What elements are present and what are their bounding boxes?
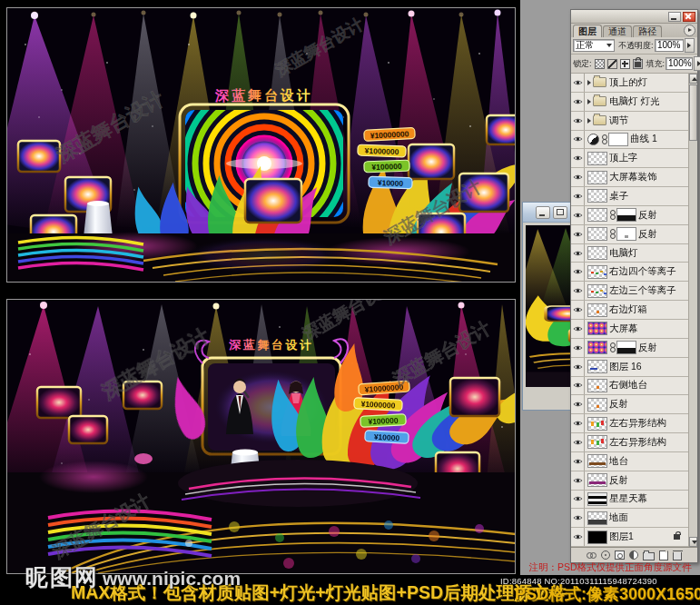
group-expander-icon[interactable]	[587, 99, 591, 104]
layer-visibility-cell[interactable]	[571, 149, 585, 167]
eye-icon[interactable]	[573, 495, 583, 502]
layer-visibility-cell[interactable]	[571, 395, 585, 413]
layer-row[interactable]: 图层1	[571, 528, 688, 547]
layer-visibility-cell[interactable]	[571, 93, 585, 111]
delete-layer-icon[interactable]	[673, 552, 682, 560]
tab-layers[interactable]: 图层	[573, 25, 602, 37]
eye-icon[interactable]	[573, 98, 583, 105]
layer-visibility-cell[interactable]	[571, 244, 585, 263]
eye-icon[interactable]	[573, 439, 583, 446]
eye-icon[interactable]	[573, 306, 583, 313]
layer-row[interactable]: 右侧地台	[571, 377, 688, 396]
panel-minimize-button[interactable]	[668, 12, 681, 22]
blend-mode-select[interactable]: 正常	[573, 39, 615, 52]
lock-transparency-icon[interactable]	[595, 59, 605, 69]
lock-all-icon[interactable]	[633, 59, 643, 69]
new-group-icon[interactable]	[643, 552, 655, 560]
group-expander-icon[interactable]	[587, 118, 591, 124]
layer-row[interactable]: 反射	[571, 206, 688, 225]
eye-icon[interactable]	[573, 287, 583, 294]
eye-icon[interactable]	[573, 533, 583, 541]
layer-visibility-cell[interactable]	[571, 377, 585, 395]
eye-icon[interactable]	[573, 363, 583, 371]
layer-row[interactable]: 右边四个等离子	[571, 263, 688, 282]
layer-visibility-cell[interactable]	[571, 452, 585, 471]
scroll-up-button[interactable]	[689, 74, 697, 84]
layers-scrollbar[interactable]	[688, 74, 697, 547]
layer-style-icon[interactable]	[601, 550, 610, 560]
eye-icon[interactable]	[573, 477, 583, 484]
eye-icon[interactable]	[573, 514, 583, 521]
layer-visibility-cell[interactable]	[571, 339, 585, 357]
eye-icon[interactable]	[573, 193, 583, 200]
layer-row[interactable]: 电脑灯	[571, 244, 688, 263]
layer-visibility-cell[interactable]	[571, 187, 585, 205]
layer-visibility-cell[interactable]	[571, 509, 585, 527]
layer-row[interactable]: 反射	[571, 471, 688, 491]
fill-value[interactable]: 100%	[665, 57, 693, 70]
eye-icon[interactable]	[573, 382, 583, 389]
layer-visibility-cell[interactable]	[571, 414, 585, 432]
layer-visibility-cell[interactable]	[571, 433, 585, 451]
layer-row[interactable]: 右边灯箱	[571, 301, 688, 320]
panel-close-button[interactable]	[683, 12, 695, 22]
tab-paths[interactable]: 路径	[633, 25, 662, 37]
opacity-stepper[interactable]	[685, 38, 695, 53]
eye-icon[interactable]	[573, 344, 583, 352]
layer-visibility-cell[interactable]	[571, 263, 585, 281]
layer-visibility-cell[interactable]	[571, 282, 585, 300]
layers-panel-titlebar[interactable]	[571, 10, 697, 24]
layer-visibility-cell[interactable]	[571, 131, 585, 149]
layer-row[interactable]: 地台	[571, 452, 688, 471]
doc-minimize-button[interactable]	[536, 206, 550, 219]
layer-row[interactable]: 桌子	[571, 187, 688, 206]
layer-visibility-cell[interactable]	[571, 206, 585, 224]
add-mask-icon[interactable]	[615, 550, 625, 560]
layer-visibility-cell[interactable]	[571, 471, 585, 490]
eye-icon[interactable]	[573, 212, 583, 219]
layer-visibility-cell[interactable]	[571, 491, 585, 509]
adjustment-layer-icon[interactable]	[629, 550, 638, 560]
layer-row[interactable]: 左边三个等离子	[571, 282, 688, 301]
layer-row[interactable]: 反射	[571, 395, 688, 414]
layer-row[interactable]: 顶上字	[571, 149, 688, 168]
layer-visibility-cell[interactable]	[571, 74, 585, 92]
scroll-thumb[interactable]	[689, 84, 697, 141]
layer-row[interactable]: 顶上的灯	[571, 74, 688, 93]
layer-row[interactable]: 大屏幕	[571, 320, 688, 339]
lock-position-icon[interactable]	[620, 59, 630, 69]
eye-icon[interactable]	[573, 117, 583, 124]
scroll-down-button[interactable]	[689, 537, 697, 547]
layer-row[interactable]: 左右异形结构	[571, 433, 688, 452]
layer-row[interactable]: 电脑灯 灯光	[571, 93, 688, 112]
layer-visibility-cell[interactable]	[571, 528, 585, 546]
layer-visibility-cell[interactable]	[571, 168, 585, 186]
layer-row[interactable]: 曲线 1	[571, 131, 688, 150]
eye-icon[interactable]	[573, 231, 583, 238]
layer-row[interactable]: 图层 16	[571, 358, 688, 377]
eye-icon[interactable]	[573, 250, 583, 257]
layer-row[interactable]: 反射	[571, 225, 688, 244]
eye-icon[interactable]	[573, 325, 583, 332]
eye-icon[interactable]	[573, 420, 583, 427]
layer-row[interactable]: 星星天幕	[571, 491, 688, 510]
layer-row[interactable]: 大屏幕装饰	[571, 168, 688, 187]
doc-restore-button[interactable]	[553, 206, 567, 219]
layer-visibility-cell[interactable]	[571, 320, 585, 338]
layer-row[interactable]: 地面	[571, 509, 688, 528]
layer-visibility-cell[interactable]	[571, 358, 585, 376]
group-expander-icon[interactable]	[587, 80, 591, 85]
tab-channels[interactable]: 通道	[603, 25, 632, 37]
lock-pixels-icon[interactable]	[607, 59, 617, 69]
eye-icon[interactable]	[573, 154, 583, 162]
opacity-value[interactable]: 100%	[655, 39, 684, 52]
eye-icon[interactable]	[573, 79, 583, 86]
layer-visibility-cell[interactable]	[571, 301, 585, 319]
eye-icon[interactable]	[573, 458, 583, 465]
eye-icon[interactable]	[573, 174, 583, 181]
fill-stepper[interactable]	[694, 56, 700, 71]
layer-row[interactable]: 反射	[571, 339, 688, 358]
layer-visibility-cell[interactable]	[571, 225, 585, 243]
layer-row[interactable]: 左右异形结构	[571, 414, 688, 433]
eye-icon[interactable]	[573, 268, 583, 275]
